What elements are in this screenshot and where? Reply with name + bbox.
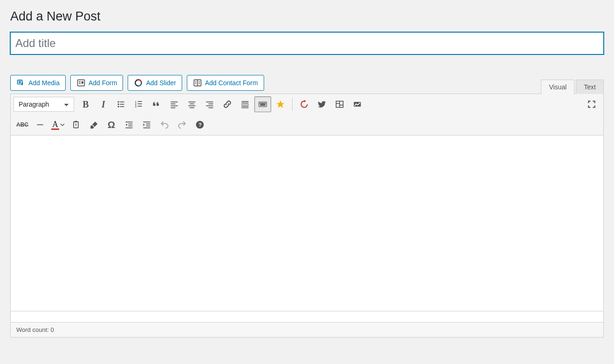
- toolbar-divider: [292, 98, 293, 111]
- twitter-button[interactable]: [314, 96, 330, 112]
- read-more-icon: [240, 100, 250, 109]
- svg-rect-25: [171, 101, 178, 102]
- svg-rect-4: [79, 83, 81, 84]
- svg-rect-40: [242, 106, 249, 107]
- undo-icon: [160, 120, 169, 129]
- italic-button[interactable]: I: [95, 96, 112, 112]
- refresh-icon: [300, 100, 309, 109]
- paste-text-button[interactable]: T: [68, 117, 84, 133]
- help-icon: ?: [195, 120, 205, 129]
- contact-form-icon: [193, 78, 202, 88]
- editor-footer: Word count: 0: [10, 323, 604, 337]
- star-button[interactable]: [272, 96, 289, 112]
- fullscreen-button[interactable]: [583, 96, 600, 112]
- svg-point-13: [118, 101, 119, 102]
- italic-icon: I: [102, 99, 105, 110]
- align-right-button[interactable]: [201, 96, 218, 112]
- editor-wrap: Add a New Post Add Media: [0, 0, 614, 348]
- svg-rect-63: [146, 126, 150, 127]
- link-button[interactable]: [219, 96, 236, 112]
- outdent-button[interactable]: [121, 117, 137, 133]
- align-center-button[interactable]: [184, 96, 200, 112]
- text-color-icon: A: [51, 120, 59, 130]
- indent-icon: [142, 120, 151, 129]
- add-contact-form-label: Add Contact Form: [205, 79, 258, 87]
- number-list-button[interactable]: 123: [130, 96, 147, 112]
- layout-button[interactable]: [331, 96, 348, 112]
- svg-point-15: [118, 103, 119, 105]
- tab-text[interactable]: Text: [576, 80, 604, 94]
- add-form-button[interactable]: Add Form: [70, 75, 123, 91]
- refresh-button[interactable]: [296, 96, 313, 112]
- add-contact-form-button[interactable]: Add Contact Form: [187, 75, 264, 91]
- svg-rect-5: [82, 81, 83, 84]
- svg-rect-45: [263, 103, 264, 104]
- page-heading: Add a New Post: [10, 9, 604, 24]
- redo-button[interactable]: [174, 117, 191, 133]
- editor-tabs: Visual Text: [541, 79, 604, 94]
- svg-rect-37: [242, 101, 249, 102]
- add-slider-button[interactable]: Add Slider: [128, 75, 182, 91]
- svg-rect-64: [143, 128, 150, 128]
- toolbar-row-2: ABC A T Ω: [11, 115, 603, 135]
- word-count-value: 0: [50, 326, 54, 333]
- svg-rect-62: [146, 124, 150, 125]
- svg-rect-57: [126, 121, 133, 122]
- editor-resize-bar[interactable]: [10, 311, 604, 323]
- editor-content-area[interactable]: [10, 135, 604, 311]
- tab-visual[interactable]: Visual: [541, 80, 574, 94]
- eraser-icon: [89, 120, 98, 129]
- undo-button[interactable]: [156, 117, 173, 133]
- align-right-icon: [205, 100, 214, 109]
- layout-icon: [335, 100, 344, 109]
- clear-format-button[interactable]: [85, 117, 102, 133]
- svg-point-17: [118, 106, 119, 107]
- hr-icon: [35, 120, 45, 129]
- post-title-input[interactable]: [10, 32, 604, 54]
- omega-icon: Ω: [108, 120, 115, 130]
- help-button[interactable]: ?: [191, 117, 208, 133]
- blockquote-button[interactable]: [148, 96, 165, 112]
- read-more-button[interactable]: [237, 96, 253, 112]
- hr-button[interactable]: [32, 117, 48, 133]
- outdent-icon: [124, 120, 134, 129]
- svg-rect-35: [206, 106, 213, 107]
- format-select[interactable]: Paragraph: [14, 97, 74, 112]
- svg-rect-32: [190, 108, 194, 108]
- svg-rect-3: [79, 81, 81, 82]
- toolbar-toggle-button[interactable]: [254, 96, 271, 112]
- svg-rect-36: [209, 108, 213, 108]
- add-form-label: Add Form: [89, 79, 117, 87]
- svg-rect-58: [128, 124, 132, 125]
- media-buttons-row: Add Media Add Form Add Slider: [10, 75, 264, 91]
- svg-rect-46: [265, 103, 266, 104]
- svg-rect-16: [120, 104, 124, 105]
- number-list-icon: 123: [134, 100, 143, 109]
- svg-rect-2: [77, 80, 84, 86]
- bullet-list-icon: [116, 100, 126, 109]
- bullet-list-button[interactable]: [113, 96, 130, 112]
- special-char-button[interactable]: Ω: [103, 117, 120, 133]
- svg-rect-33: [206, 101, 213, 102]
- svg-rect-53: [37, 124, 43, 125]
- svg-rect-30: [190, 103, 194, 104]
- bold-icon: B: [82, 99, 89, 110]
- bold-button[interactable]: B: [77, 96, 94, 112]
- indent-button[interactable]: [138, 117, 155, 133]
- chart-button[interactable]: [349, 96, 366, 112]
- camera-music-icon: [16, 78, 26, 88]
- svg-rect-18: [120, 106, 124, 107]
- strikethrough-button[interactable]: ABC: [14, 117, 31, 133]
- svg-rect-42: [259, 102, 267, 107]
- toolbar-row-1: Paragraph B I 123: [11, 94, 603, 115]
- svg-text:T: T: [75, 123, 77, 127]
- svg-rect-0: [18, 80, 22, 84]
- svg-rect-29: [189, 101, 196, 102]
- redo-icon: [177, 120, 187, 129]
- align-left-button[interactable]: [166, 96, 183, 112]
- add-media-button[interactable]: Add Media: [10, 75, 66, 91]
- editor-container: Add Media Add Form Add Slider: [10, 75, 604, 337]
- text-color-button[interactable]: A: [49, 117, 67, 133]
- align-left-icon: [170, 100, 179, 109]
- svg-rect-44: [262, 103, 263, 104]
